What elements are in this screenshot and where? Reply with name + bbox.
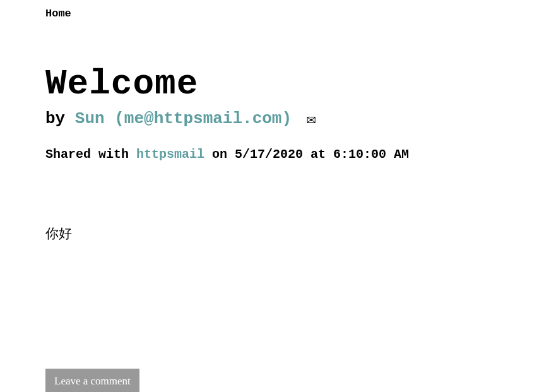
shared-suffix: on 5/17/2020 at 6:10:00 AM <box>204 147 409 162</box>
author-link[interactable]: Sun (me@httpsmail.com) <box>75 109 292 128</box>
envelope-icon[interactable]: ✉ <box>307 111 316 128</box>
byline-prefix: by <box>45 109 75 128</box>
post-body: 你好 <box>45 225 499 242</box>
byline: by Sun (me@httpsmail.com) ✉ <box>45 109 499 128</box>
page-title: Welcome <box>45 64 499 104</box>
shared-prefix: Shared with <box>45 147 136 162</box>
nav-home-link[interactable]: Home <box>45 8 71 20</box>
nav-bar: Home <box>45 8 499 20</box>
shared-site-link[interactable]: httpsmail <box>136 147 204 162</box>
leave-comment-button[interactable]: Leave a comment <box>45 369 139 392</box>
shared-with-line: Shared with httpsmail on 5/17/2020 at 6:… <box>45 147 499 162</box>
